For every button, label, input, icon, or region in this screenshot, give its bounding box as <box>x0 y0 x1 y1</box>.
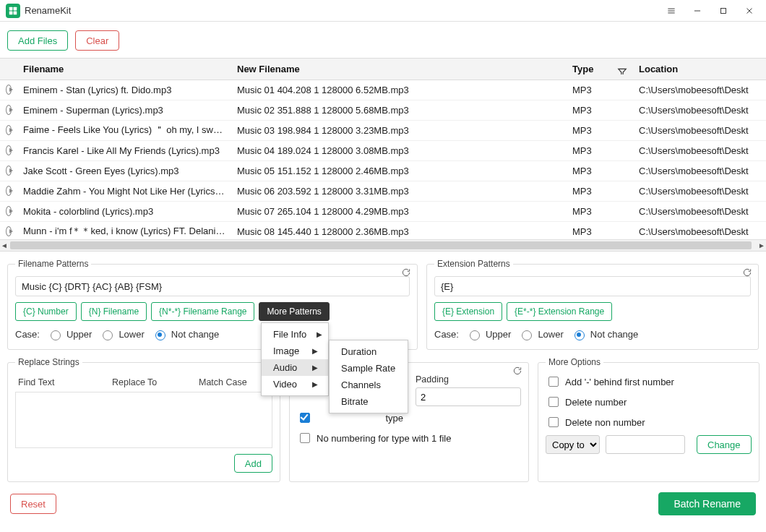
app-icon <box>6 4 20 18</box>
add-replace-button[interactable]: Add <box>234 454 272 473</box>
play-icon[interactable] <box>6 206 12 216</box>
copy-to-select[interactable]: Copy to <box>546 435 600 454</box>
header-replace-to: Replace To <box>112 377 184 387</box>
filter-icon[interactable] <box>617 67 627 74</box>
menu-image[interactable]: Image▶ <box>262 343 328 359</box>
cell-type: MP3 <box>567 125 633 136</box>
extension-patterns-legend: Extension Patterns <box>434 259 513 269</box>
refresh-icon[interactable] <box>742 267 752 280</box>
menu-audio-channels[interactable]: Channels <box>330 377 408 393</box>
no-numbering-checkbox[interactable]: No numbering for type with 1 file <box>297 431 451 445</box>
tag-e-extension[interactable]: {E} Extension <box>434 302 502 321</box>
top-actions: Add Files Clear <box>0 22 766 58</box>
header-type[interactable]: Type <box>567 64 633 74</box>
scroll-left-arrow-icon[interactable]: ◄ <box>0 241 9 249</box>
close-button[interactable] <box>739 3 760 19</box>
header-find-text: Find Text <box>18 377 98 387</box>
table-row[interactable]: Jake Scott - Green Eyes (Lyrics).mp3Musi… <box>0 161 766 181</box>
chevron-right-icon: ▶ <box>312 380 318 388</box>
filename-pattern-input[interactable] <box>15 276 410 296</box>
table-row[interactable]: Faime - Feels Like You (Lyrics) ＂ oh my,… <box>0 121 766 141</box>
tag-c-number[interactable]: {C} Number <box>15 302 77 321</box>
cell-filename: Mokita - colorblind (Lyrics).mp3 <box>17 206 231 217</box>
table-row[interactable]: Eminem - Stan (Lyrics) ft. Dido.mp3Music… <box>0 80 766 100</box>
menu-audio-sample-rate[interactable]: Sample Rate <box>330 360 408 377</box>
header-new-filename[interactable]: New Filename <box>231 64 567 74</box>
minimize-button[interactable] <box>687 3 708 19</box>
menu-audio-bitrate[interactable]: Bitrate <box>330 393 408 410</box>
cell-type: MP3 <box>567 105 633 116</box>
hamburger-icon[interactable] <box>660 3 682 19</box>
maximize-button[interactable] <box>713 3 734 19</box>
header-location[interactable]: Location <box>633 64 766 74</box>
titlebar: RenameKit <box>0 0 766 22</box>
cell-type: MP3 <box>567 85 633 95</box>
svg-rect-0 <box>9 7 13 10</box>
case-notchange-radio[interactable]: Not change <box>152 328 220 340</box>
scroll-right-arrow-icon[interactable]: ► <box>757 241 766 249</box>
extension-pattern-input[interactable] <box>434 276 751 296</box>
cell-filename: Faime - Feels Like You (Lyrics) ＂ oh my,… <box>17 124 231 137</box>
add-dash-checkbox[interactable]: Add '-' behind first number <box>546 374 674 389</box>
case-label: Case: <box>434 329 459 340</box>
change-button[interactable]: Change <box>697 435 752 454</box>
cell-location: C:\Users\mobeesoft\Deskt <box>633 166 766 176</box>
cell-new-filename: Music 01 404.208 1 128000 6.52MB.mp3 <box>231 85 567 95</box>
ext-case-lower-radio[interactable]: Lower <box>518 328 563 340</box>
replace-strings-header: Find Text Replace To Match Case <box>15 374 272 392</box>
cell-location: C:\Users\mobeesoft\Deskt <box>633 145 766 156</box>
table-row[interactable]: Mokita - colorblind (Lyrics).mp3Music 07… <box>0 202 766 222</box>
cell-filename: Eminem - Superman (Lyrics).mp3 <box>17 105 231 116</box>
play-icon[interactable] <box>6 105 12 115</box>
tag-filename-range[interactable]: {N*-*} Filename Range <box>151 302 254 321</box>
delete-non-number-checkbox[interactable]: Delete non number <box>546 415 645 429</box>
padding-label: Padding <box>416 374 521 385</box>
file-table: Filename New Filename Type Location Emin… <box>0 58 766 252</box>
play-icon[interactable] <box>6 226 12 236</box>
reset-button[interactable]: Reset <box>10 494 56 514</box>
menu-audio-duration[interactable]: Duration <box>330 343 408 360</box>
add-files-button[interactable]: Add Files <box>7 30 68 51</box>
delete-number-checkbox[interactable]: Delete number <box>546 395 627 409</box>
clear-button[interactable]: Clear <box>75 30 119 51</box>
case-upper-radio[interactable]: Upper <box>47 328 92 340</box>
table-row[interactable]: Eminem - Superman (Lyrics).mp3Music 02 3… <box>0 100 766 121</box>
svg-rect-3 <box>14 11 17 14</box>
chevron-right-icon: ▶ <box>312 347 318 355</box>
ext-case-upper-radio[interactable]: Upper <box>466 328 511 340</box>
play-icon[interactable] <box>6 166 12 176</box>
more-patterns-button[interactable]: More Patterns <box>259 302 329 321</box>
replace-list-area[interactable] <box>15 392 272 448</box>
menu-file-info[interactable]: File Info▶ <box>262 326 328 343</box>
cell-new-filename: Music 05 151.152 1 128000 2.46MB.mp3 <box>231 166 567 176</box>
ext-case-notchange-radio[interactable]: Not change <box>571 328 639 340</box>
svg-rect-1 <box>14 7 17 10</box>
play-icon[interactable] <box>6 145 12 155</box>
cell-location: C:\Users\mobeesoft\Deskt <box>633 186 766 197</box>
refresh-icon[interactable] <box>401 267 411 280</box>
copy-to-path-input[interactable] <box>606 435 685 454</box>
padding-input[interactable] <box>416 387 521 406</box>
play-icon[interactable] <box>6 125 12 135</box>
cell-filename: Jake Scott - Green Eyes (Lyrics).mp3 <box>17 166 231 176</box>
refresh-icon[interactable] <box>512 366 522 378</box>
cell-new-filename: Music 03 198.984 1 128000 3.23MB.mp3 <box>231 125 567 136</box>
svg-rect-2 <box>9 11 13 14</box>
table-row[interactable]: Francis Karel - Like All My Friends (Lyr… <box>0 141 766 161</box>
menu-video[interactable]: Video▶ <box>262 376 328 392</box>
horizontal-scrollbar[interactable]: ◄ ► <box>0 239 766 251</box>
menu-audio[interactable]: Audio▶ <box>262 359 328 376</box>
play-icon[interactable] <box>6 85 12 95</box>
play-icon[interactable] <box>6 186 12 196</box>
cell-filename: Eminem - Stan (Lyrics) ft. Dido.mp3 <box>17 85 231 95</box>
batch-rename-button[interactable]: Batch Rename <box>658 492 756 515</box>
cell-location: C:\Users\mobeesoft\Deskt <box>633 105 766 116</box>
table-row[interactable]: Munn - i'm f＊＊ked, i know (Lyrics) FT. D… <box>0 222 766 240</box>
table-row[interactable]: Maddie Zahm - You Might Not Like Her (Ly… <box>0 181 766 202</box>
svg-rect-8 <box>721 8 726 13</box>
tag-n-filename[interactable]: {N} Filename <box>81 302 147 321</box>
tag-extension-range[interactable]: {E*-*} Extension Range <box>507 302 612 321</box>
case-lower-radio[interactable]: Lower <box>99 328 144 340</box>
footer: Reset Batch Rename <box>0 482 766 523</box>
header-filename[interactable]: Filename <box>17 64 231 74</box>
